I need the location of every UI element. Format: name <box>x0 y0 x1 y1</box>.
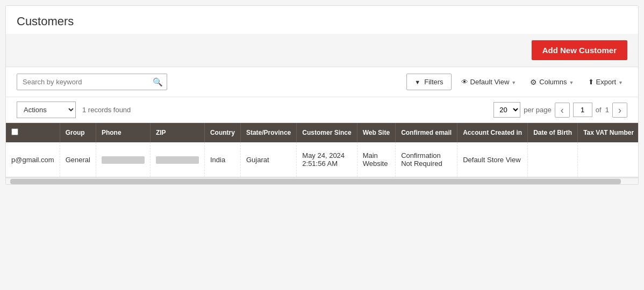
per-page-label: per page <box>524 106 551 114</box>
filters-label: Filters <box>424 78 443 86</box>
col-checkbox <box>6 123 60 142</box>
default-view-button[interactable]: Default View <box>457 74 521 90</box>
page-header: Customers <box>6 6 638 34</box>
col-website: Web Site <box>357 123 395 142</box>
customer-state: Gujarat <box>246 156 269 164</box>
pagination: 20 per page of 1 <box>493 102 627 118</box>
cell-phone <box>96 142 150 177</box>
add-customer-button[interactable]: Add New Customer <box>532 40 627 60</box>
col-phone: Phone <box>96 123 150 142</box>
cell-customer-since: May 24, 2024 2:51:56 AM <box>297 142 357 177</box>
default-view-label: Default View <box>470 78 510 86</box>
table-body: p@gmail.com General India <box>6 142 638 177</box>
customer-country: India <box>210 156 225 164</box>
search-icon: 🔍 <box>153 77 163 86</box>
col-state: State/Province <box>240 123 296 142</box>
customer-zip-blurred <box>156 156 199 164</box>
select-all-checkbox[interactable] <box>11 128 18 135</box>
eye-icon <box>461 78 468 86</box>
search-input[interactable] <box>17 74 167 90</box>
search-toolbar: 🔍 Filters Default View Columns Export <box>6 67 638 97</box>
cell-state: Gujarat <box>240 142 296 177</box>
col-account-created: Account Created in <box>457 123 528 142</box>
col-country: Country <box>204 123 240 142</box>
actions-left: Actions 1 records found <box>17 102 131 118</box>
table-row: p@gmail.com General India <box>6 142 638 177</box>
customer-phone-blurred <box>102 156 145 164</box>
actions-toolbar: Actions 1 records found 20 per page of 1 <box>6 97 638 123</box>
table-header: Group Phone ZIP Country State/Province C… <box>6 123 638 142</box>
cell-tax-vat <box>578 142 638 177</box>
columns-caret-icon <box>569 78 574 86</box>
scrollbar-row <box>6 178 638 184</box>
customer-group: General <box>66 156 90 164</box>
data-table-wrapper: Group Phone ZIP Country State/Province C… <box>6 123 638 178</box>
customer-website: Main Website <box>363 151 388 168</box>
col-dob: Date of Birth <box>528 123 578 142</box>
records-count: 1 records found <box>82 106 131 114</box>
chevron-right-icon <box>618 105 621 115</box>
col-zip: ZIP <box>150 123 204 142</box>
search-right: Filters Default View Columns Export <box>406 74 627 90</box>
export-caret-icon <box>618 78 623 86</box>
table-header-row: Group Phone ZIP Country State/Province C… <box>6 123 638 142</box>
col-confirmed-email: Confirmed email <box>396 123 457 142</box>
view-caret-icon <box>511 78 516 86</box>
columns-label: Columns <box>539 78 567 86</box>
of-label: of 1 <box>596 106 609 114</box>
customers-table: Group Phone ZIP Country State/Province C… <box>6 123 638 177</box>
customer-confirmed-email: Confirmation Not Required <box>401 151 442 168</box>
export-button[interactable]: Export <box>584 74 628 90</box>
actions-select[interactable]: Actions <box>17 102 76 118</box>
filters-button[interactable]: Filters <box>406 74 451 90</box>
next-page-button[interactable] <box>612 103 627 118</box>
page-number-input[interactable] <box>573 103 592 117</box>
col-customer-since: Customer Since <box>297 123 357 142</box>
cell-email: p@gmail.com <box>6 142 60 177</box>
search-input-wrapper: 🔍 <box>17 74 167 90</box>
col-group: Group <box>60 123 96 142</box>
export-label: Export <box>596 78 617 86</box>
cell-country: India <box>204 142 240 177</box>
page-title: Customers <box>17 15 627 28</box>
cell-dob <box>528 142 578 177</box>
col-tax-vat: Tax VAT Number <box>578 123 638 142</box>
search-icon-button[interactable]: 🔍 <box>153 77 163 87</box>
customers-page: Customers Add New Customer 🔍 Filters Def… <box>5 5 639 185</box>
prev-page-button[interactable] <box>555 103 570 118</box>
columns-button[interactable]: Columns <box>526 74 578 90</box>
cell-group: General <box>60 142 96 177</box>
search-left: 🔍 <box>17 74 167 90</box>
toolbar-top: Add New Customer <box>6 34 638 67</box>
customer-since: May 24, 2024 2:51:56 AM <box>302 151 345 168</box>
horizontal-scrollbar[interactable] <box>10 179 621 184</box>
chevron-left-icon <box>561 105 564 115</box>
cell-confirmed-email: Confirmation Not Required <box>396 142 457 177</box>
filter-icon <box>414 78 421 86</box>
customer-email: p@gmail.com <box>11 156 54 164</box>
cell-zip <box>150 142 204 177</box>
customer-account-created: Default Store View <box>463 156 520 164</box>
export-icon <box>588 78 594 86</box>
cell-website: Main Website <box>357 142 395 177</box>
per-page-select[interactable]: 20 <box>493 102 520 118</box>
cell-account-created: Default Store View <box>457 142 528 177</box>
gear-icon <box>530 78 537 86</box>
